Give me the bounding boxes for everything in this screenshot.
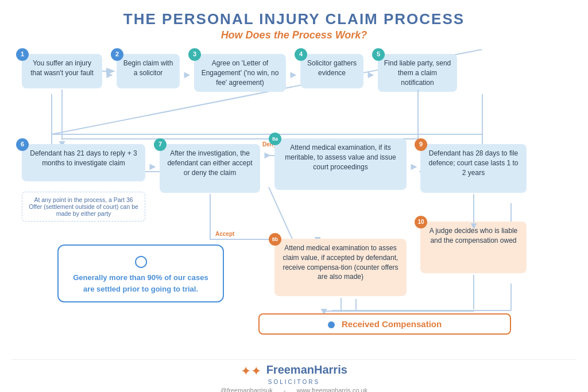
step-9-number: 9 xyxy=(415,138,427,151)
step-6-number: 6 xyxy=(16,138,29,151)
step-1-number: 1 xyxy=(16,48,29,61)
v-connector-accept xyxy=(210,194,211,240)
arrow-6-7: ► xyxy=(148,161,158,173)
step-4-number: 4 xyxy=(295,48,307,61)
step-2-box: 2 Begin claim with a solicitor xyxy=(117,54,180,88)
received-label: Received Compensation xyxy=(342,319,442,329)
step-2-text: Begin claim with a solicitor xyxy=(122,59,174,78)
diagram: 1 You suffer an injury that wasn't your … xyxy=(11,49,577,354)
title-section: THE PERSONAL INJURY CLAIM PROCESS How Do… xyxy=(11,10,577,41)
step-5-text: Find liable party, send them a claim not… xyxy=(384,59,451,87)
subtitle: How Does the Process Work? xyxy=(11,29,577,41)
v-connector-5 xyxy=(417,90,419,140)
arrow-3-4: ► xyxy=(288,69,299,81)
arrow-2-3: ► xyxy=(182,69,192,81)
step-6-text: Defendant has 21 days to reply + 3 month… xyxy=(28,149,140,168)
accept-label: Accept xyxy=(215,231,234,237)
step-4-text: Solicitor gathers evidence xyxy=(306,59,358,78)
step-4-box: 4 Solicitor gathers evidence xyxy=(300,54,363,88)
step-8a-text: Attend medical examination, if its merit… xyxy=(280,143,401,172)
received-box: Received Compensation xyxy=(258,313,511,335)
arrow-1-2: ► xyxy=(105,69,115,81)
step-6-box: 6 Defendant has 21 days to reply + 3 mon… xyxy=(22,144,145,181)
arrow-down-10: ► xyxy=(468,222,480,232)
step-3-text: Agree on 'Letter of Engagement' ('no win… xyxy=(200,59,280,87)
logo-name: FreemanHarris xyxy=(266,363,347,376)
step-6-note: At any point in the process, a Part 36 O… xyxy=(22,192,145,222)
footer-website: www.freemanharris.co.uk xyxy=(296,387,368,392)
received-section: Received Compensation xyxy=(258,313,511,335)
step-8a-box: 8a Attend medical examination, if its me… xyxy=(274,138,407,190)
received-dot xyxy=(328,321,335,328)
step-10-number: 10 xyxy=(415,216,427,228)
v-connector-9-10 xyxy=(473,194,474,223)
step-8b-number: 8b xyxy=(269,233,281,246)
step-8a-number: 8a xyxy=(269,133,281,145)
logo-sub: SOLICITORS xyxy=(11,379,577,385)
v-connector-1 xyxy=(61,90,63,140)
h-connector-recv xyxy=(323,311,474,312)
step-7-number: 7 xyxy=(154,138,167,151)
main-title: THE PERSONAL INJURY CLAIM PROCESS xyxy=(11,10,577,28)
step-9-box: 9 Defendant has 28 days to file defence;… xyxy=(420,144,527,193)
step-5-box: 5 Find liable party, send them a claim n… xyxy=(378,54,457,92)
step-7-box: 7 After the investigation, the defendant… xyxy=(160,144,260,193)
footer-links: @freemanharrisuk - www.freemanharris.co.… xyxy=(11,387,577,392)
step-1-text: You suffer an injury that wasn't your fa… xyxy=(28,59,96,78)
step-7-text: After the investigation, the defendant c… xyxy=(165,149,254,177)
step-5-number: 5 xyxy=(372,48,385,61)
settled-text: Generally more than 90% of our casesare … xyxy=(73,273,208,293)
arrow-deny: ► xyxy=(262,149,273,161)
step-1-box: 1 You suffer an injury that wasn't your … xyxy=(22,54,102,88)
v-connector-10-recv xyxy=(473,275,474,309)
step-8b-text: Attend medical examination to asses clai… xyxy=(280,243,401,282)
logo-icon: ✦✦ xyxy=(241,364,261,378)
main-container: THE PERSONAL INJURY CLAIM PROCESS How Do… xyxy=(0,0,588,392)
step-9-text: Defendant has 28 days to file defence; c… xyxy=(426,149,521,177)
step-3-box: 3 Agree on 'Letter of Engagement' ('no w… xyxy=(194,54,286,92)
step-8b-box: 8b Attend medical examination to asses c… xyxy=(274,239,407,296)
logo-section: ✦✦ FreemanHarris SOLICITORS @freemanharr… xyxy=(11,359,577,392)
clock-icon: ◯ xyxy=(68,253,214,270)
logo-wrapper: ✦✦ FreemanHarris xyxy=(11,363,577,379)
footer-twitter: @freemanharrisuk xyxy=(220,387,273,392)
settled-box: ◯ Generally more than 90% of our casesar… xyxy=(57,244,224,302)
step-2-number: 2 xyxy=(111,48,123,61)
footer-dash: - xyxy=(284,387,286,392)
arrow-8a-9: ► xyxy=(409,161,419,173)
step-3-number: 3 xyxy=(188,48,201,61)
arrow-4-5: ► xyxy=(366,69,376,81)
